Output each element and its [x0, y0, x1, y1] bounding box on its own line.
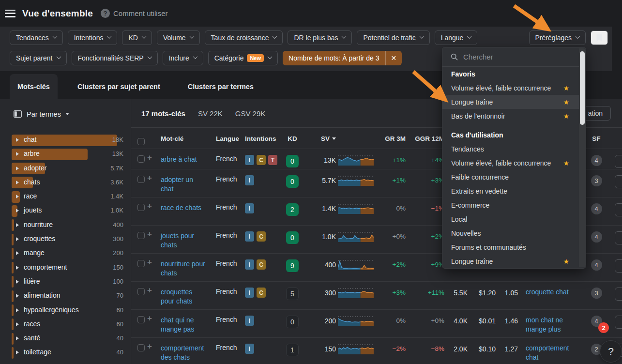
keyword-link[interactable]: nourriture pour chats	[155, 254, 211, 278]
col-header-language[interactable]: Langue	[211, 135, 239, 142]
expand-caret-icon[interactable]	[16, 266, 19, 270]
clipped-row-button[interactable]	[615, 316, 622, 329]
add-to-list-button[interactable]: +	[144, 226, 155, 238]
filter-chip-volume[interactable]: Volume	[157, 30, 200, 45]
filter-chip-intentions[interactable]: Intentions	[68, 30, 118, 45]
filter-chip-langue[interactable]: Langue	[435, 30, 478, 45]
expand-caret-icon[interactable]	[16, 138, 19, 142]
how-to-use-link[interactable]: ? Comment utiliser	[101, 9, 168, 18]
preset-item-forums-et-communaut-s[interactable]: Forums et communautés	[442, 240, 579, 254]
presets-search-input[interactable]	[463, 53, 576, 61]
keyword-link[interactable]: comportement des chats	[155, 338, 211, 362]
col-header-sv-sorted[interactable]: SV	[303, 135, 336, 142]
row-checkbox[interactable]	[137, 226, 144, 239]
tab-mots-cl-s[interactable]: Mots-clés	[10, 74, 58, 99]
star-icon[interactable]: ★	[563, 84, 569, 92]
row-checkbox[interactable]	[137, 338, 144, 351]
tab-clusters-par-sujet-parent[interactable]: Clusters par sujet parent	[70, 74, 168, 99]
clipped-row-button[interactable]	[615, 155, 622, 168]
keyword-link[interactable]: race de chats	[155, 197, 211, 212]
row-checkbox[interactable]	[137, 282, 144, 295]
preset-item-volume-lev-faible-concurrence[interactable]: Volume élevé, faible concurrence★	[442, 81, 579, 95]
preset-item-bas-de-l-entonnoir[interactable]: Bas de l'entonnoir★	[442, 109, 579, 123]
col-header-keyword[interactable]: Mot-clé	[155, 135, 211, 142]
add-to-list-button[interactable]: +	[144, 149, 155, 162]
presets-dropdown-button[interactable]: Préréglages	[529, 30, 586, 45]
bookmark-button[interactable]	[591, 30, 608, 45]
filter-chip-sujet-parent[interactable]: Sujet parent	[10, 51, 67, 65]
preset-item-tendances[interactable]: Tendances	[442, 142, 579, 156]
add-to-list-button[interactable]: +	[144, 310, 155, 322]
add-to-list-button[interactable]: +	[144, 169, 155, 182]
star-icon[interactable]: ★	[563, 98, 569, 106]
preset-item-longue-tra-ne[interactable]: Longue traîne★	[442, 254, 579, 268]
preset-item-e-commerce[interactable]: E-commerce	[442, 198, 579, 212]
add-to-list-button[interactable]: +	[144, 197, 155, 210]
preset-item-longue-tra-ne[interactable]: Longue traîne★	[442, 95, 579, 109]
col-header-kd[interactable]: KD	[282, 135, 303, 142]
dropdown-scrollbar[interactable]	[579, 48, 586, 267]
row-checkbox[interactable]	[137, 169, 144, 183]
filter-chip-inclure[interactable]: Inclure	[163, 51, 203, 65]
keyword-link[interactable]: chat qui ne mange pas	[155, 310, 211, 334]
expand-caret-icon[interactable]	[16, 195, 19, 198]
col-header-gr3m[interactable]: GR 3M	[376, 135, 406, 142]
expand-caret-icon[interactable]	[16, 280, 19, 284]
term-row-croquettes[interactable]: croquettes300	[0, 232, 131, 246]
table-row[interactable]: +chat qui ne mange pasFrenchI02000%+0%4.…	[131, 310, 622, 338]
expand-caret-icon[interactable]	[16, 294, 19, 298]
filter-chip-taux-de-croissance[interactable]: Taux de croissance	[205, 30, 283, 45]
table-row[interactable]: +croquettes pour chatsFrenchIC5300+3%+11…	[131, 282, 622, 310]
keyword-link[interactable]: adopter un chat	[155, 169, 211, 194]
keyword-link[interactable]: jouets pour chats	[155, 226, 211, 250]
term-row-hypoallergéniques[interactable]: hypoallergéniques60	[0, 303, 131, 318]
parent-topic-link[interactable]: mon chat ne mange plus	[522, 310, 581, 334]
parent-topic-link[interactable]: comportement chat	[522, 338, 581, 362]
row-checkbox[interactable]	[137, 310, 144, 323]
term-row-arbre[interactable]: arbre13K	[0, 147, 131, 161]
term-row-race[interactable]: race1.4K	[0, 190, 131, 204]
keyword-link[interactable]: arbre à chat	[155, 149, 211, 164]
scrollbar-thumb[interactable]	[580, 51, 585, 125]
add-to-list-button[interactable]: +	[144, 254, 155, 266]
active-filter-word-count[interactable]: Nombre de mots: À partir de 3✕	[283, 51, 402, 65]
help-button[interactable]: ?	[600, 340, 622, 363]
menu-icon[interactable]	[5, 10, 15, 17]
term-row-santé[interactable]: santé40	[0, 332, 131, 346]
col-header-ggr12m[interactable]: GGR 12M	[406, 135, 444, 142]
term-row-mange[interactable]: mange200	[0, 246, 131, 260]
term-row-litière[interactable]: litière100	[0, 275, 131, 289]
filter-chip-potentiel-de-trafic[interactable]: Potentiel de trafic	[357, 30, 429, 45]
filter-chip-tendances[interactable]: Tendances	[10, 30, 63, 45]
clipped-row-button[interactable]	[615, 288, 622, 301]
term-row-alimentation[interactable]: alimentation70	[0, 289, 131, 303]
term-row-nourriture[interactable]: nourriture400	[0, 218, 131, 232]
term-row-races[interactable]: races60	[0, 318, 131, 332]
term-row-comportement[interactable]: comportement150	[0, 261, 131, 275]
star-icon[interactable]: ★	[563, 258, 569, 265]
preset-item-extraits-en-vedette[interactable]: Extraits en vedette	[442, 184, 579, 198]
star-icon[interactable]: ★	[563, 159, 569, 167]
preset-item-faible-concurrence[interactable]: Faible concurrence	[442, 170, 579, 184]
select-all-checkbox[interactable]	[137, 132, 144, 145]
tab-clusters-par-termes[interactable]: Clusters par termes	[180, 74, 261, 99]
term-row-chats[interactable]: chats3.6K	[0, 176, 131, 190]
expand-caret-icon[interactable]	[16, 152, 19, 156]
expand-caret-icon[interactable]	[16, 322, 19, 326]
term-row-jouets[interactable]: jouets1.0K	[0, 204, 131, 218]
term-row-toilettage[interactable]: toilettage40	[0, 346, 131, 360]
close-icon[interactable]: ✕	[386, 54, 402, 62]
row-checkbox[interactable]	[137, 197, 144, 211]
clipped-row-button[interactable]	[615, 259, 622, 273]
notification-badge[interactable]: 2	[598, 322, 609, 333]
col-header-intents[interactable]: Intentions	[239, 135, 282, 142]
expand-caret-icon[interactable]	[16, 336, 19, 340]
expand-caret-icon[interactable]	[16, 308, 19, 312]
term-row-chat[interactable]: chat18K	[0, 133, 131, 147]
row-checkbox[interactable]	[137, 254, 144, 267]
filter-chip-kd[interactable]: KD	[122, 30, 152, 45]
add-to-list-button[interactable]: +	[144, 338, 155, 350]
expand-caret-icon[interactable]	[16, 237, 19, 241]
star-icon[interactable]: ★	[563, 112, 569, 120]
expand-caret-icon[interactable]	[16, 251, 19, 255]
